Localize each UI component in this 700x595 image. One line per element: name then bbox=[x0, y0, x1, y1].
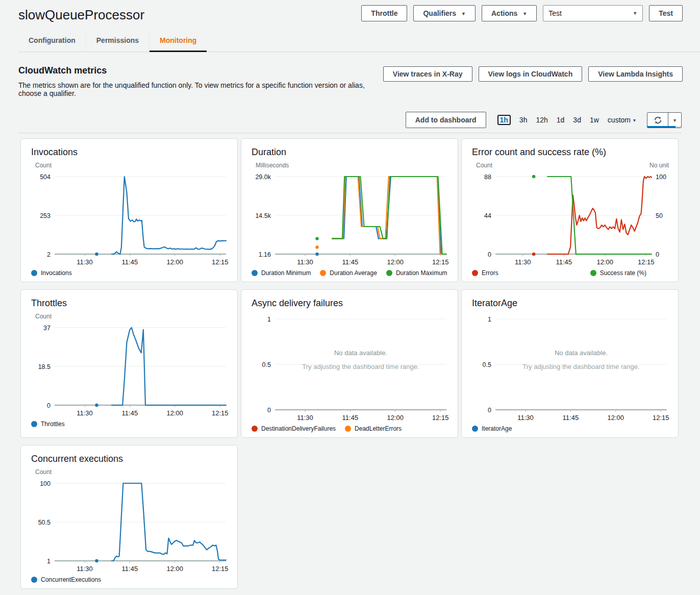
legend-color-dot bbox=[472, 426, 478, 432]
range-3h[interactable]: 3h bbox=[519, 116, 528, 124]
metrics-buttons: View traces in X-RayView logs in CloudWa… bbox=[383, 66, 683, 82]
legend-color-dot bbox=[386, 270, 392, 276]
test-event-value: Test bbox=[548, 9, 562, 17]
legend-item[interactable]: IteratorAge bbox=[472, 425, 512, 432]
qualifiers-button[interactable]: Qualifiers▼ bbox=[413, 5, 476, 21]
legend-label: Duration Average bbox=[330, 269, 377, 277]
svg-text:12:15: 12:15 bbox=[212, 409, 229, 417]
time-controls-row: Add to dashboard 1h3h12h1d3d1w custom▾ ▾ bbox=[18, 112, 682, 131]
actions-button[interactable]: Actions▼ bbox=[482, 5, 537, 21]
svg-text:29.0k: 29.0k bbox=[255, 173, 271, 181]
caret-down-icon: ▼ bbox=[633, 11, 637, 16]
refresh-button[interactable] bbox=[647, 113, 668, 128]
chart-card-error-success: Error count and success rate (%)CountNo … bbox=[461, 138, 679, 282]
chart-title: Error count and success rate (%) bbox=[472, 147, 670, 158]
svg-text:50: 50 bbox=[656, 212, 663, 219]
refresh-dropdown-button[interactable]: ▾ bbox=[668, 113, 681, 128]
svg-text:0.5: 0.5 bbox=[483, 361, 491, 368]
range-3d[interactable]: 3d bbox=[573, 116, 581, 124]
range-12h[interactable]: 12h bbox=[536, 116, 547, 124]
chart-card-duration: DurationMilliseconds29.0k14.5k1.1611:301… bbox=[241, 138, 458, 282]
range-1h[interactable]: 1h bbox=[497, 115, 511, 125]
legend-item[interactable]: Throttles bbox=[31, 420, 65, 428]
y-axis-unit-left: Count bbox=[35, 162, 52, 170]
svg-text:0: 0 bbox=[656, 251, 659, 258]
view-logs-in-cloudwatch-button[interactable]: View logs in CloudWatch bbox=[479, 66, 583, 82]
tab-configuration[interactable]: Configuration bbox=[18, 32, 86, 52]
svg-text:11:30: 11:30 bbox=[77, 258, 93, 266]
legend-item[interactable]: Errors bbox=[472, 269, 498, 277]
test-button[interactable]: Test bbox=[649, 5, 683, 21]
tab-permissions[interactable]: Permissions bbox=[86, 32, 149, 52]
legend-color-dot bbox=[252, 426, 258, 432]
legend-item[interactable]: ConcurrentExecutions bbox=[31, 576, 101, 583]
view-lambda-insights-button[interactable]: View Lambda Insights bbox=[588, 66, 683, 82]
legend-label: Duration Maximum bbox=[396, 269, 447, 277]
time-range-options: 1h3h12h1d3d1w bbox=[497, 116, 599, 124]
svg-text:12:15: 12:15 bbox=[638, 258, 655, 266]
chart-plot[interactable]: 29.0k14.5k1.1611:3011:4512:0012:15 bbox=[249, 170, 449, 268]
chart-plot[interactable]: 10050.5111:3011:4512:0012:15 bbox=[29, 477, 229, 575]
lambda-monitoring-page: slowQueueProcessor Throttle Qualifiers▼ … bbox=[0, 0, 700, 594]
svg-text:0: 0 bbox=[47, 402, 51, 409]
view-traces-in-x-ray-button[interactable]: View traces in X-Ray bbox=[383, 66, 472, 82]
caret-down-icon: ▼ bbox=[522, 11, 527, 16]
svg-text:11:30: 11:30 bbox=[297, 258, 313, 266]
svg-text:11:30: 11:30 bbox=[517, 414, 534, 422]
chart-card-concurrent-executions: Concurrent executionsCount10050.5111:301… bbox=[20, 445, 238, 589]
chart-plot[interactable]: 10.5011:3011:4512:0012:15No data availab… bbox=[470, 313, 670, 424]
chart-plot[interactable]: 10.5011:3011:4512:0012:15No data availab… bbox=[249, 313, 449, 424]
test-event-select[interactable]: Test▼ bbox=[543, 5, 643, 21]
range-custom[interactable]: custom▾ bbox=[608, 116, 636, 124]
svg-text:11:30: 11:30 bbox=[77, 409, 93, 417]
axis-units-row: Count bbox=[35, 468, 228, 477]
legend-item[interactable]: Invocations bbox=[31, 269, 72, 277]
legend-item[interactable]: Duration Maximum bbox=[386, 269, 447, 277]
metrics-header: CloudWatch metrics The metrics shown are… bbox=[0, 52, 700, 97]
throttle-button[interactable]: Throttle bbox=[361, 5, 407, 21]
chart-title: IteratorAge bbox=[472, 298, 670, 309]
range-1d[interactable]: 1d bbox=[557, 116, 565, 124]
chart-title: Invocations bbox=[31, 147, 229, 158]
chart-plot[interactable]: 504253211:3011:4512:0012:15 bbox=[29, 170, 229, 268]
svg-text:12:00: 12:00 bbox=[387, 258, 404, 266]
chart-card-async-delivery-failures: Async delivery failures10.5011:3011:4512… bbox=[241, 289, 458, 438]
legend-color-dot bbox=[31, 421, 37, 427]
chart-legend: DestinationDeliveryFailuresDeadLetterErr… bbox=[249, 424, 449, 435]
chart-title: Throttles bbox=[31, 298, 229, 309]
legend-item[interactable]: DestinationDeliveryFailures bbox=[252, 425, 336, 432]
add-to-dashboard-button[interactable]: Add to dashboard bbox=[406, 112, 486, 128]
legend-label: Errors bbox=[482, 269, 498, 277]
range-1w[interactable]: 1w bbox=[590, 116, 599, 124]
chart-plot[interactable]: 3718.5011:3011:4512:0012:15 bbox=[29, 321, 229, 419]
range-custom-label: custom bbox=[608, 116, 631, 124]
metrics-header-text: CloudWatch metrics The metrics shown are… bbox=[18, 65, 383, 97]
chart-plot[interactable]: 8844010050011:3011:4512:0012:15 bbox=[470, 170, 670, 268]
legend-color-dot bbox=[31, 270, 37, 276]
svg-text:11:45: 11:45 bbox=[563, 414, 579, 422]
legend-item[interactable]: Duration Average bbox=[320, 269, 377, 277]
svg-text:253: 253 bbox=[40, 212, 51, 219]
chart-legend: Throttles bbox=[29, 419, 229, 431]
svg-text:50.5: 50.5 bbox=[38, 519, 51, 526]
svg-text:0: 0 bbox=[488, 251, 491, 258]
svg-text:11:45: 11:45 bbox=[342, 414, 359, 422]
tab-monitoring[interactable]: Monitoring bbox=[149, 32, 207, 52]
refresh-icon bbox=[654, 116, 662, 125]
chart-legend: IteratorAge bbox=[470, 424, 670, 435]
svg-text:0: 0 bbox=[267, 407, 271, 414]
legend-item[interactable]: Duration Minimum bbox=[252, 269, 311, 277]
legend-item[interactable]: DeadLetterErrors bbox=[345, 425, 402, 432]
svg-text:100: 100 bbox=[656, 173, 666, 181]
svg-text:11:30: 11:30 bbox=[515, 258, 531, 266]
legend-item[interactable]: Success rate (%) bbox=[590, 269, 646, 277]
legend-label: Invocations bbox=[41, 269, 72, 277]
caret-down-icon: ▾ bbox=[673, 117, 676, 123]
y-axis-unit-left: Count bbox=[35, 468, 52, 477]
chart-title: Async delivery failures bbox=[252, 298, 449, 309]
svg-text:12:15: 12:15 bbox=[653, 414, 669, 422]
refresh-progress-bar bbox=[647, 126, 681, 128]
svg-text:44: 44 bbox=[484, 212, 491, 219]
y-axis-unit-right: No unit bbox=[649, 162, 669, 170]
legend-color-dot bbox=[590, 270, 596, 276]
